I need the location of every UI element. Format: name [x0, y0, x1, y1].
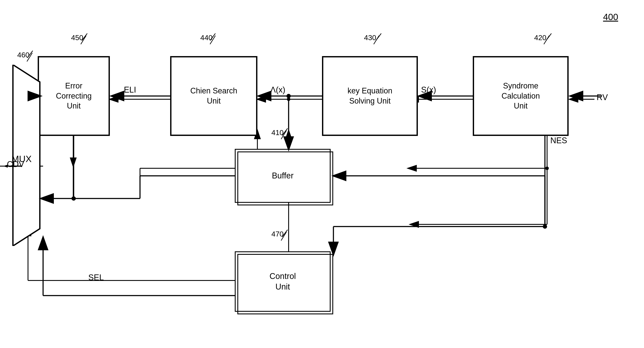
svg-point-56	[543, 224, 547, 229]
syndrome-label: Syndrome Calculation Unit	[502, 81, 540, 111]
signal-sel: SEL	[88, 273, 104, 282]
signal-lambda: Λ(x)	[270, 85, 286, 94]
key-equation-unit: key Equation Solving Unit	[322, 56, 418, 136]
syndrome-unit: Syndrome Calculation Unit	[473, 56, 568, 136]
signal-sx: S(x)	[421, 85, 436, 94]
tick-430	[372, 34, 386, 46]
error-correcting-unit: Error Correcting Unit	[38, 56, 110, 136]
svg-line-32	[374, 36, 379, 44]
diagram: 400	[0, 0, 644, 348]
svg-point-17	[287, 98, 290, 101]
buffer-unit: Buffer	[235, 149, 330, 203]
tick-470	[280, 230, 293, 243]
control-label: Control Unit	[270, 271, 296, 292]
svg-line-39	[27, 53, 32, 62]
svg-line-35	[281, 130, 286, 139]
svg-point-57	[286, 94, 291, 98]
buffer-label: Buffer	[272, 170, 294, 181]
key-equation-label: key Equation Solving Unit	[348, 86, 392, 106]
mux-unit: MUX	[6, 65, 46, 246]
control-unit: Control Unit	[235, 251, 330, 312]
tick-450	[80, 34, 92, 46]
svg-point-60	[72, 196, 76, 201]
svg-point-8	[545, 166, 549, 170]
signal-cdv: CDV	[7, 160, 24, 169]
svg-line-31	[544, 36, 549, 44]
chien-search-unit: Chien Search Unit	[170, 56, 258, 136]
signal-rv: RV	[596, 93, 608, 102]
tick-460	[26, 51, 39, 64]
chien-search-label: Chien Search Unit	[190, 86, 237, 106]
tick-440	[209, 34, 222, 46]
svg-line-34	[81, 36, 86, 44]
ref-400: 400	[603, 12, 618, 22]
tick-410	[280, 128, 293, 141]
svg-line-36	[281, 232, 286, 241]
signal-nes: NES	[550, 136, 567, 145]
svg-line-33	[210, 36, 216, 44]
tick-420	[543, 34, 556, 46]
error-correcting-label: Error Correcting Unit	[56, 81, 92, 111]
signal-eli: ELI	[124, 85, 136, 94]
svg-point-24	[72, 197, 75, 200]
